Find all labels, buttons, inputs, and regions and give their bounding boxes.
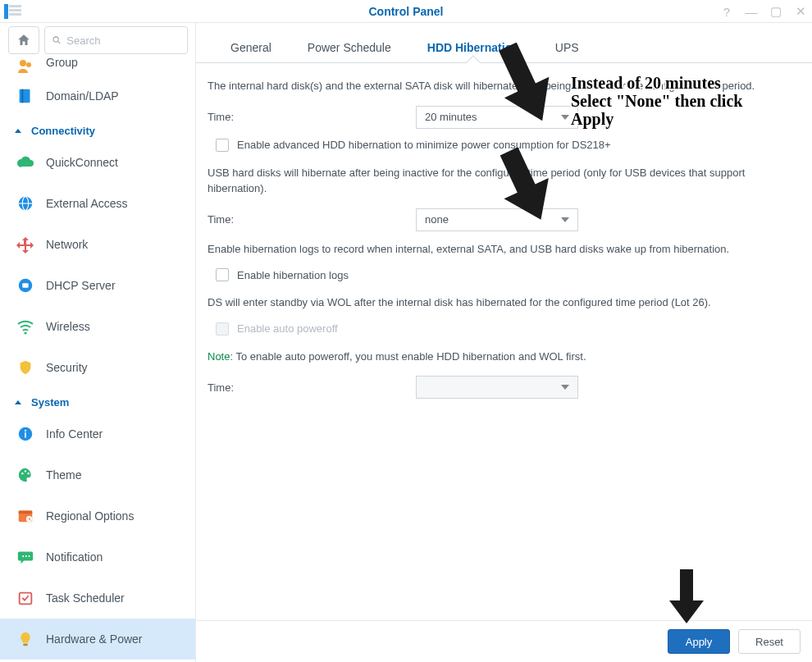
sidebar-item-label: External Access <box>46 197 128 210</box>
tabs: General Power Schedule HDD Hibernation U… <box>196 23 812 63</box>
checkbox-label: Enable auto poweroff <box>237 322 338 335</box>
sidebar-item-label: Notification <box>46 550 103 564</box>
footer: Apply Reset <box>196 620 812 662</box>
sidebar-section-title: Connectivity <box>31 125 95 137</box>
svg-line-5 <box>58 42 61 44</box>
sidebar-item-hardware-power[interactable]: Hardware & Power <box>0 619 195 660</box>
time-label-3: Time: <box>208 381 416 394</box>
sidebar-item-wireless[interactable]: Wireless <box>0 306 195 347</box>
info-icon <box>15 423 36 445</box>
svg-point-29 <box>28 555 30 557</box>
time-select-2[interactable]: none <box>416 208 578 231</box>
svg-rect-1 <box>9 5 21 7</box>
palette-icon <box>15 464 36 486</box>
wifi-icon <box>15 316 36 337</box>
svg-point-21 <box>27 473 29 474</box>
svg-rect-17 <box>25 432 26 437</box>
sidebar-section-connectivity[interactable]: Connectivity <box>0 116 195 142</box>
svg-point-7 <box>26 62 31 67</box>
calendar-icon <box>15 505 36 527</box>
search-input[interactable] <box>66 34 180 47</box>
sidebar-item-label: DHCP Server <box>46 279 116 292</box>
tab-ups[interactable]: UPS <box>537 33 597 62</box>
sidebar-section-system[interactable]: System <box>0 388 195 413</box>
sidebar-item-dhcp-server[interactable]: DHCP Server <box>0 265 195 306</box>
sidebar-item-theme[interactable]: Theme <box>0 454 195 495</box>
window-controls: ? — ▢ ✕ <box>720 0 807 23</box>
task-icon <box>15 587 36 609</box>
sidebar-item-quickconnect[interactable]: QuickConnect <box>0 142 195 183</box>
tab-power-schedule[interactable]: Power Schedule <box>290 33 409 62</box>
sidebar-item-label: Hardware & Power <box>46 632 143 646</box>
sidebar-item-regional-options[interactable]: Regional Options <box>0 495 195 536</box>
note-word: Note: <box>208 350 233 363</box>
group-icon <box>15 57 36 77</box>
close-icon[interactable]: ✕ <box>794 4 807 19</box>
checkbox-auto-poweroff: Enable auto poweroff <box>216 322 792 336</box>
minimize-icon[interactable]: — <box>745 5 758 19</box>
checkbox-label: Enable hibernation logs <box>237 269 349 281</box>
checkbox-icon <box>216 139 229 152</box>
paragraph-usb-disk: USB hard disks will hibernate after bein… <box>208 165 792 197</box>
globe-icon <box>15 193 36 214</box>
svg-point-18 <box>25 430 26 431</box>
time-label-1: Time: <box>208 111 416 123</box>
checkbox-advanced-hdd[interactable]: Enable advanced HDD hibernation to minim… <box>216 139 792 152</box>
svg-rect-9 <box>21 89 23 103</box>
app-icon <box>2 2 25 21</box>
checkbox-icon <box>216 268 229 281</box>
help-icon[interactable]: ? <box>720 5 733 19</box>
sidebar-item-label: Group <box>46 57 78 69</box>
checkbox-hibernation-logs[interactable]: Enable hibernation logs <box>216 268 792 281</box>
home-button[interactable] <box>8 26 39 54</box>
svg-point-19 <box>21 473 23 474</box>
tab-hdd-hibernation[interactable]: HDD Hibernation <box>409 33 537 62</box>
book-icon <box>15 85 36 107</box>
svg-rect-3 <box>9 13 21 16</box>
paragraph-logs: Enable hibernation logs to record when i… <box>208 241 792 258</box>
sidebar-item-label: Wireless <box>46 320 90 333</box>
chevron-down-icon <box>561 385 569 390</box>
sidebar-item-task-scheduler[interactable]: Task Scheduler <box>0 578 195 619</box>
sidebar-item-security[interactable]: Security <box>0 347 195 388</box>
maximize-icon[interactable]: ▢ <box>769 4 782 19</box>
shield-icon <box>15 357 36 378</box>
tab-general[interactable]: General <box>212 33 290 62</box>
svg-rect-31 <box>23 644 28 646</box>
paragraph-standby: DS will enter standby via WOL after the … <box>208 294 792 311</box>
sidebar-item-group[interactable]: Group <box>0 57 195 75</box>
svg-rect-23 <box>19 511 33 514</box>
sidebar-item-label: QuickConnect <box>46 156 118 169</box>
sidebar-item-info-center[interactable]: Info Center <box>0 413 195 454</box>
search-icon <box>52 34 62 46</box>
chat-icon <box>15 546 36 568</box>
checkbox-label: Enable advanced HDD hibernation to minim… <box>237 139 611 151</box>
search-box[interactable] <box>44 26 188 54</box>
sidebar-item-domain-ldap[interactable]: Domain/LDAP <box>0 75 195 116</box>
svg-point-4 <box>53 37 58 42</box>
dhcp-icon <box>15 275 36 296</box>
apply-button[interactable]: Apply <box>668 629 730 654</box>
sidebar-item-external-access[interactable]: External Access <box>0 183 195 224</box>
sidebar-section-title: System <box>31 396 69 409</box>
bulb-icon <box>15 628 36 650</box>
sidebar-item-label: Security <box>46 361 88 374</box>
sidebar-item-network[interactable]: Network <box>0 224 195 265</box>
sidebar-item-label: Info Center <box>46 427 103 441</box>
cloud-icon <box>15 152 36 173</box>
svg-point-20 <box>25 470 26 472</box>
note-rest: To enable auto poweroff, you must enable… <box>233 350 586 363</box>
sidebar-item-label: Domain/LDAP <box>46 89 119 103</box>
svg-rect-14 <box>22 283 28 288</box>
svg-point-15 <box>24 331 26 334</box>
time-select-1-value: 20 minutes <box>425 111 477 123</box>
sidebar-item-label: Theme <box>46 468 82 482</box>
annotation-text: Instead of 20 minutes Select "None" then… <box>571 74 742 128</box>
pane: The internal hard disk(s) and the extern… <box>196 63 812 620</box>
note: Note: To enable auto poweroff, you must … <box>208 349 792 365</box>
reset-button[interactable]: Reset <box>738 629 801 654</box>
sidebar-item-notification[interactable]: Notification <box>0 536 195 578</box>
time-select-1[interactable]: 20 minutes <box>416 106 578 129</box>
sidebar: Group Domain/LDAP Connectivity QuickConn… <box>0 23 196 662</box>
chevron-up-icon <box>15 400 21 404</box>
